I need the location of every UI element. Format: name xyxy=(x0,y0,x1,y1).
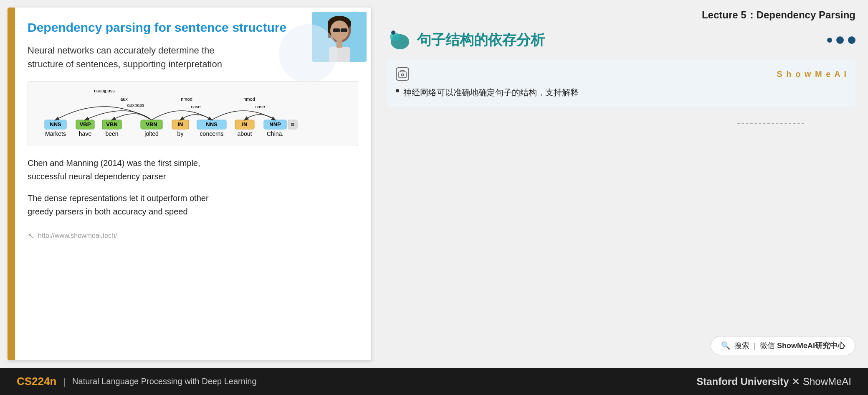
svg-point-45 xyxy=(391,31,395,35)
search-box[interactable]: 🔍 搜索 | 微信 ShowMeAI研究中心 xyxy=(711,336,855,355)
svg-text:have: have xyxy=(79,130,92,137)
showmeai-brand: ShowMeAI xyxy=(803,376,851,387)
translation-card-header: S h o w M e A I xyxy=(396,67,847,81)
main-content: Dependency parsing for sentence structur… xyxy=(0,0,868,368)
svg-text:nmod: nmod xyxy=(243,97,255,102)
svg-text:Markets: Markets xyxy=(45,130,66,137)
svg-rect-5 xyxy=(333,28,340,32)
teal-wave-icon xyxy=(387,28,410,51)
stanford-label: Stanford University xyxy=(696,376,789,387)
svg-text:jolted: jolted xyxy=(144,130,158,137)
svg-text:by: by xyxy=(177,130,184,137)
chinese-title: 句子结构的依存分析 xyxy=(417,31,545,50)
svg-text:VBP: VBP xyxy=(80,121,91,127)
svg-text:NNS: NNS xyxy=(50,121,61,127)
showmeai-label: S h o w M e A I xyxy=(777,69,847,79)
svg-text:been: been xyxy=(105,130,118,137)
right-panel: Lecture 5：Dependency Parsing 句子结构的依存分析 xyxy=(371,0,868,368)
svg-text:nmod: nmod xyxy=(181,97,192,102)
nav-dot-1[interactable] xyxy=(827,38,832,43)
svg-text:aux: aux xyxy=(120,97,128,102)
cursor-icon: ↖ xyxy=(28,231,35,241)
svg-text:about: about xyxy=(237,130,252,137)
slide-left-bar xyxy=(8,8,15,360)
translation-card: S h o w M e A I 神经网络可以准确地确定句子的结构，支持解释 xyxy=(387,60,855,107)
slide-body-text-2: The dense representations let it outperf… xyxy=(28,191,358,218)
search-divider: | xyxy=(754,341,756,350)
svg-rect-9 xyxy=(337,39,342,48)
course-description: Natural Language Processing with Deep Le… xyxy=(72,377,256,386)
svg-text:IN: IN xyxy=(178,121,183,127)
dashed-connector xyxy=(737,123,804,124)
svg-rect-6 xyxy=(341,28,347,32)
dep-diagram-svg: NNS Markets VBP have VBN been VBN jolted xyxy=(36,90,329,140)
nav-dot-3[interactable] xyxy=(848,36,855,44)
footer-url: http://www.showmeai.tech/ xyxy=(38,232,117,240)
chinese-section: 句子结构的依存分析 xyxy=(387,28,855,51)
translation-bullet: 神经网络可以准确地确定句子的结构，支持解释 xyxy=(396,86,847,99)
dep-diagram: NNS Markets VBP have VBN been VBN jolted xyxy=(28,81,358,146)
dot-navigation xyxy=(827,36,855,44)
svg-text:case: case xyxy=(191,104,200,109)
svg-text:VBN: VBN xyxy=(146,121,157,127)
bottom-right: Stanford University ✕ ShowMeAI xyxy=(696,376,851,387)
lecture-header: Lecture 5：Dependency Parsing xyxy=(387,4,855,28)
slide-content: Dependency parsing for sentence structur… xyxy=(19,8,371,360)
svg-text:NNP: NNP xyxy=(269,121,281,127)
svg-text:IN: IN xyxy=(242,121,248,127)
slide-panel: Dependency parsing for sentence structur… xyxy=(8,8,371,360)
svg-point-47 xyxy=(402,74,404,76)
search-wechat-label: 微信 ShowMeAI研究中心 xyxy=(760,341,845,351)
svg-text:concerns: concerns xyxy=(200,130,224,137)
bottom-pipe: | xyxy=(63,376,66,387)
svg-text:VBN: VBN xyxy=(106,121,117,127)
bullet-dot xyxy=(396,89,399,92)
nav-dot-2[interactable] xyxy=(836,36,844,44)
translation-text: 神经网络可以准确地确定句子的结构，支持解释 xyxy=(403,86,579,99)
svg-text:China.: China. xyxy=(267,130,283,137)
search-icon: 🔍 xyxy=(721,341,730,350)
bottom-left: CS224n | Natural Language Processing wit… xyxy=(17,375,257,388)
course-code: CS224n xyxy=(17,375,56,388)
svg-text:NNS: NNS xyxy=(206,121,218,127)
cross-symbol: ✕ xyxy=(792,376,803,387)
svg-rect-46 xyxy=(399,72,406,78)
ai-icon xyxy=(396,67,409,81)
svg-text:nsubjpass: nsubjpass xyxy=(94,90,115,93)
slide-footer: ↖ http://www.showmeai.tech/ xyxy=(28,227,358,241)
search-text: 搜索 xyxy=(734,341,749,351)
svg-text:case: case xyxy=(255,104,265,109)
bottom-bar: CS224n | Natural Language Processing wit… xyxy=(0,368,868,395)
svg-text:auxpass: auxpass xyxy=(127,102,144,107)
slide-body-text-1: Chen and Manning (2014) was the first si… xyxy=(28,156,358,183)
svg-text:🖥: 🖥 xyxy=(291,122,295,127)
